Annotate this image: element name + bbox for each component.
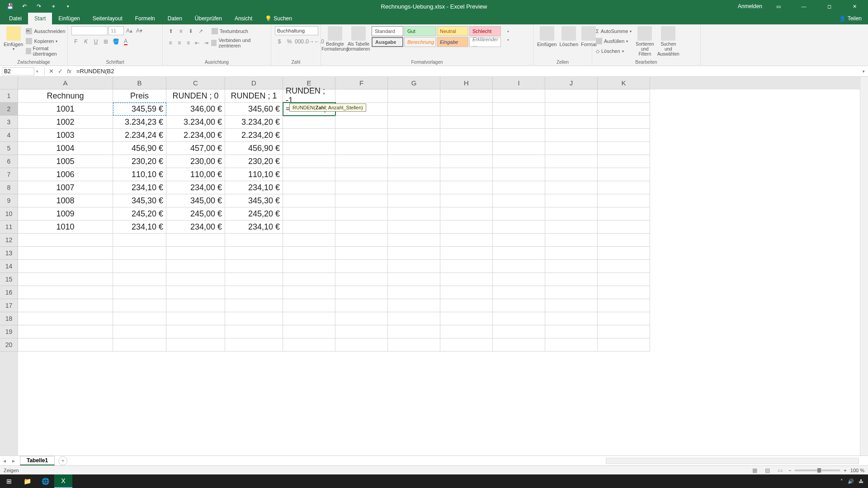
select-all-corner[interactable] [0, 77, 18, 89]
cell[interactable] [335, 116, 388, 129]
cell[interactable] [493, 89, 545, 103]
cell[interactable] [335, 142, 388, 155]
cell[interactable] [598, 338, 650, 352]
cell[interactable] [283, 116, 335, 129]
cell[interactable]: 3.234,00 € [166, 116, 225, 129]
cell[interactable]: 234,10 € [113, 221, 166, 234]
cell[interactable] [440, 247, 493, 260]
cell[interactable] [545, 221, 598, 234]
sign-in-link[interactable]: Anmelden [738, 3, 762, 9]
row-header-19[interactable]: 19 [0, 325, 18, 338]
tab-datei[interactable]: Datei [3, 13, 28, 24]
col-header-D[interactable]: D [225, 77, 283, 89]
cell[interactable] [598, 299, 650, 312]
network-icon[interactable]: 🖧 [859, 479, 863, 484]
cell[interactable] [18, 338, 113, 352]
cell[interactable] [598, 207, 650, 221]
cell[interactable] [598, 194, 650, 207]
cell[interactable] [440, 89, 493, 103]
cell[interactable] [18, 312, 113, 325]
maximize-button[interactable]: ◻ [820, 0, 838, 13]
cell[interactable] [440, 194, 493, 207]
zoom-in-icon[interactable]: + [844, 468, 846, 473]
cell[interactable]: 1004 [18, 142, 113, 155]
cell[interactable] [18, 325, 113, 338]
cell[interactable] [225, 299, 283, 312]
cell[interactable]: 345,00 € [166, 194, 225, 207]
italic-button[interactable]: K [81, 37, 90, 46]
style-schlecht[interactable]: Schlecht [469, 26, 501, 36]
row-header-16[interactable]: 16 [0, 286, 18, 299]
cell[interactable] [545, 103, 598, 116]
cell[interactable]: 1005 [18, 155, 113, 168]
decrease-font-icon[interactable]: A▾ [135, 26, 144, 35]
number-format-select[interactable] [275, 26, 318, 35]
cell[interactable]: 345,59 € [113, 103, 166, 116]
cell[interactable] [113, 273, 166, 286]
cell[interactable] [388, 89, 440, 103]
cell[interactable]: 234,00 € [166, 181, 225, 194]
cell[interactable] [493, 168, 545, 181]
style-neutral[interactable]: Neutral [437, 26, 468, 36]
cell[interactable]: 456,90 € [113, 142, 166, 155]
cell[interactable] [598, 155, 650, 168]
cell[interactable]: 2.234,24 € [113, 129, 166, 142]
cell[interactable] [388, 247, 440, 260]
merge-center-button[interactable]: Verbinden und zentrieren [211, 38, 267, 48]
cell[interactable] [225, 286, 283, 299]
border-button[interactable]: ⊞ [101, 37, 110, 46]
cell[interactable] [388, 234, 440, 247]
cell[interactable] [388, 155, 440, 168]
fill-color-button[interactable]: 🪣 [111, 37, 120, 46]
cell[interactable] [598, 116, 650, 129]
add-sheet-button[interactable]: + [58, 456, 67, 465]
cell[interactable] [166, 286, 225, 299]
cell[interactable] [493, 103, 545, 116]
cell[interactable] [18, 234, 113, 247]
view-normal-icon[interactable]: ▦ [750, 466, 760, 475]
row-header-12[interactable]: 12 [0, 234, 18, 247]
cell[interactable]: 245,20 € [225, 207, 283, 221]
cell[interactable]: Rechnung [18, 89, 113, 103]
view-page-break-icon[interactable]: ▭ [776, 466, 785, 475]
cell[interactable] [440, 260, 493, 273]
cell[interactable] [283, 286, 335, 299]
col-header-C[interactable]: C [166, 77, 225, 89]
cell[interactable]: 234,10 € [225, 221, 283, 234]
cell[interactable] [598, 247, 650, 260]
cell[interactable] [493, 299, 545, 312]
tab-suchen[interactable]: 💡Suchen [259, 13, 298, 24]
zoom-level[interactable]: 100 % [850, 468, 864, 473]
cell[interactable] [113, 312, 166, 325]
cell[interactable] [545, 129, 598, 142]
cell[interactable] [335, 181, 388, 194]
excel-taskbar-icon[interactable]: X [54, 474, 72, 488]
cell[interactable]: 1001 [18, 103, 113, 116]
cell[interactable]: 1007 [18, 181, 113, 194]
cell[interactable]: 1003 [18, 129, 113, 142]
indent-increase-icon[interactable]: ⇥ [202, 38, 210, 47]
cell[interactable]: RUNDEN ; -1 [283, 89, 335, 103]
cell[interactable] [440, 221, 493, 234]
cell[interactable] [545, 234, 598, 247]
zoom-slider[interactable] [795, 469, 840, 471]
cell[interactable] [225, 260, 283, 273]
cell[interactable]: 230,00 € [166, 155, 225, 168]
cell[interactable] [335, 207, 388, 221]
cell[interactable] [388, 194, 440, 207]
align-left-icon[interactable]: ≡ [166, 38, 175, 47]
cell[interactable] [225, 338, 283, 352]
cell[interactable] [493, 129, 545, 142]
align-center-icon[interactable]: ≡ [175, 38, 184, 47]
cell[interactable]: 110,10 € [225, 168, 283, 181]
cell[interactable] [283, 155, 335, 168]
cell[interactable]: 345,30 € [113, 194, 166, 207]
cell[interactable]: 2.234,20 € [225, 129, 283, 142]
clear-button[interactable]: ◇ Löschen ▾ [596, 46, 632, 56]
cell[interactable] [335, 247, 388, 260]
style-ausgabe[interactable]: Ausgabe [372, 37, 403, 47]
currency-icon[interactable]: $ [275, 37, 284, 46]
cell[interactable]: 2.234,00 € [166, 129, 225, 142]
cell[interactable] [440, 325, 493, 338]
row-header-2[interactable]: 2 [0, 103, 18, 116]
